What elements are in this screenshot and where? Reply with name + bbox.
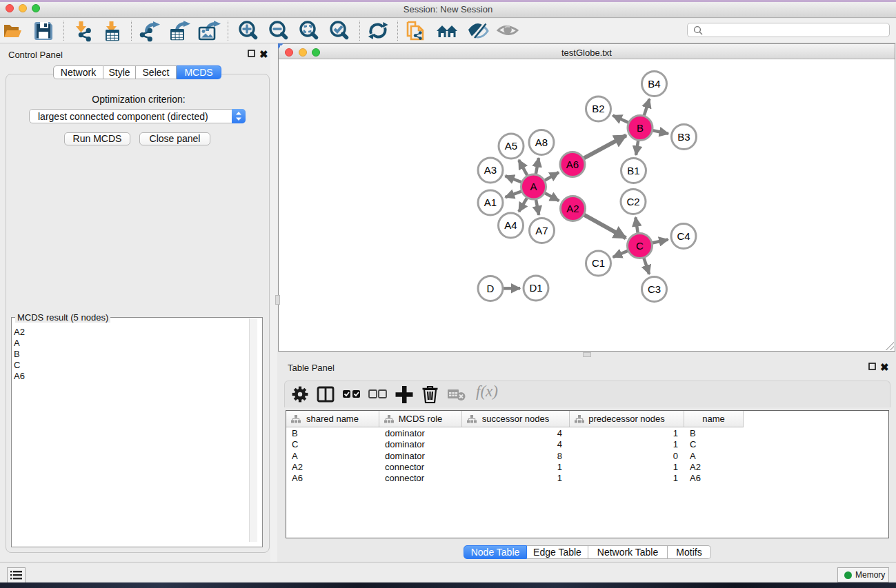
svg-text:A: A — [530, 181, 537, 192]
svg-text:C4: C4 — [677, 230, 690, 242]
svg-text:A2: A2 — [566, 203, 579, 214]
svg-text:D: D — [486, 283, 494, 294]
svg-text:C: C — [636, 240, 644, 252]
svg-text:A6: A6 — [566, 159, 578, 170]
svg-text:B: B — [636, 122, 643, 134]
svg-text:C3: C3 — [647, 283, 660, 295]
svg-text:A3: A3 — [484, 164, 496, 176]
svg-text:A7: A7 — [535, 225, 548, 236]
svg-text:B3: B3 — [677, 131, 690, 143]
svg-text:B2: B2 — [592, 103, 604, 114]
svg-text:A8: A8 — [535, 136, 547, 148]
svg-text:C2: C2 — [626, 196, 639, 207]
svg-text:A1: A1 — [484, 196, 496, 208]
svg-text:C1: C1 — [591, 257, 604, 269]
svg-text:D1: D1 — [529, 282, 542, 294]
svg-text:A5: A5 — [504, 140, 517, 152]
svg-text:B4: B4 — [648, 78, 660, 90]
svg-text:B1: B1 — [627, 165, 639, 176]
svg-text:A4: A4 — [504, 219, 517, 231]
